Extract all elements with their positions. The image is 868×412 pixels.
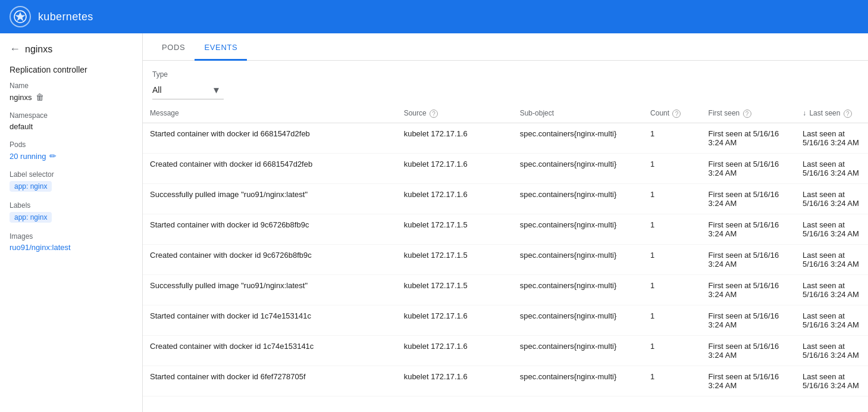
count-help-icon[interactable]: ? <box>672 110 681 118</box>
pods-label: Pods <box>10 141 133 149</box>
cell-count: 1 <box>643 123 701 153</box>
tab-events[interactable]: EVENTS <box>195 33 247 61</box>
filter-row: Type All ▾ <box>143 61 868 104</box>
col-header-message: Message <box>143 104 397 123</box>
delete-icon[interactable]: 🗑 <box>36 92 44 102</box>
cell-message: Created container with docker id 6681547… <box>143 153 397 183</box>
cell-message: Created container with docker id 9c6726b… <box>143 244 397 274</box>
labels-value: app: nginx <box>10 212 133 223</box>
labels-field-group: Labels app: nginx <box>10 201 133 223</box>
col-header-lastseen[interactable]: ↓ Last seen ? <box>795 104 868 123</box>
cell-message: Started container with docker id 1c74e15… <box>143 305 397 335</box>
cell-count: 1 <box>643 366 701 396</box>
cell-lastseen: Last seen at 5/16/16 3:24 AM <box>795 183 868 214</box>
cell-message: Started container with docker id 6fef727… <box>143 366 397 396</box>
page-name: nginxs <box>25 44 52 55</box>
name-label: Name <box>10 82 133 90</box>
cell-source: kubelet 172.17.1.6 <box>397 153 513 183</box>
pods-text: 20 running <box>10 152 46 161</box>
firstseen-help-icon[interactable]: ? <box>743 110 751 118</box>
cell-source: kubelet 172.17.1.5 <box>397 214 513 244</box>
cell-subobject: spec.containers{nginx-multi} <box>513 305 643 335</box>
cell-source: kubelet 172.17.1.6 <box>397 123 513 153</box>
events-table: Message Source ? Sub-object Count ? Firs <box>143 104 868 397</box>
name-value: nginxs 🗑 <box>10 92 133 102</box>
cell-firstseen: First seen at 5/16/16 3:24 AM <box>701 214 795 244</box>
cell-subobject: spec.containers{nginx-multi} <box>513 123 643 153</box>
type-select[interactable]: All ▾ <box>152 81 224 99</box>
cell-count: 1 <box>643 335 701 366</box>
top-nav: kubernetes <box>0 0 868 33</box>
svg-marker-1 <box>15 12 26 21</box>
cell-count: 1 <box>643 153 701 183</box>
tab-pods[interactable]: PODS <box>152 33 195 61</box>
cell-firstseen: First seen at 5/16/16 3:24 AM <box>701 183 795 214</box>
cell-lastseen: Last seen at 5/16/16 3:24 AM <box>795 335 868 366</box>
cell-lastseen: Last seen at 5/16/16 3:24 AM <box>795 123 868 153</box>
cell-count: 1 <box>643 214 701 244</box>
app-title: kubernetes <box>38 11 93 23</box>
cell-message: Started container with docker id 9c6726b… <box>143 214 397 244</box>
table-row: Started container with docker id 9c6726b… <box>143 214 868 244</box>
cell-source: kubelet 172.17.1.5 <box>397 274 513 305</box>
cell-lastseen: Last seen at 5/16/16 3:24 AM <box>795 214 868 244</box>
cell-source: kubelet 172.17.1.6 <box>397 183 513 214</box>
main-layout: ← nginxs Replication controller Name ngi… <box>0 33 868 412</box>
col-header-subobject: Sub-object <box>513 104 643 123</box>
pods-value: 20 running ✏ <box>10 151 133 161</box>
images-field-group: Images ruo91/nginx:latest <box>10 232 133 252</box>
table-row: Successfully pulled image "ruo91/nginx:l… <box>143 274 868 305</box>
kubernetes-logo-icon <box>10 6 31 27</box>
table-row: Created container with docker id 9c6726b… <box>143 244 868 274</box>
cell-firstseen: First seen at 5/16/16 3:24 AM <box>701 244 795 274</box>
label-selector-value: app: nginx <box>10 181 133 192</box>
pods-field-group: Pods 20 running ✏ <box>10 141 133 161</box>
cell-count: 1 <box>643 183 701 214</box>
cell-message: Successfully pulled image "ruo91/nginx:l… <box>143 274 397 305</box>
lastseen-help-icon[interactable]: ? <box>844 110 852 118</box>
cell-subobject: spec.containers{nginx-multi} <box>513 214 643 244</box>
cell-lastseen: Last seen at 5/16/16 3:24 AM <box>795 366 868 396</box>
name-text: nginxs <box>10 93 32 102</box>
cell-firstseen: First seen at 5/16/16 3:24 AM <box>701 153 795 183</box>
select-value: All <box>152 85 211 95</box>
cell-source: kubelet 172.17.1.6 <box>397 335 513 366</box>
cell-lastseen: Last seen at 5/16/16 3:24 AM <box>795 305 868 335</box>
table-row: Started container with docker id 1c74e15… <box>143 305 868 335</box>
namespace-field-group: Namespace default <box>10 111 133 131</box>
col-header-source: Source ? <box>397 104 513 123</box>
table-row: Created container with docker id 6681547… <box>143 153 868 183</box>
name-field-group: Name nginxs 🗑 <box>10 82 133 102</box>
sort-icon: ↓ <box>803 109 806 117</box>
cell-lastseen: Last seen at 5/16/16 3:24 AM <box>795 153 868 183</box>
cell-subobject: spec.containers{nginx-multi} <box>513 335 643 366</box>
cell-message: Successfully pulled image "ruo91/nginx:l… <box>143 183 397 214</box>
sidebar: ← nginxs Replication controller Name ngi… <box>0 33 143 412</box>
labels-chip: app: nginx <box>10 212 52 223</box>
filter-type-label: Type <box>152 70 858 79</box>
source-help-icon[interactable]: ? <box>430 110 438 118</box>
edit-pods-icon[interactable]: ✏ <box>49 151 57 161</box>
table-row: Started container with docker id 6fef727… <box>143 366 868 396</box>
cell-subobject: spec.containers{nginx-multi} <box>513 183 643 214</box>
cell-firstseen: First seen at 5/16/16 3:24 AM <box>701 123 795 153</box>
label-selector-label: Label selector <box>10 170 133 179</box>
cell-message: Created container with docker id 1c74e15… <box>143 335 397 366</box>
images-text: ruo91/nginx:latest <box>10 243 71 252</box>
namespace-text: default <box>10 122 33 131</box>
cell-subobject: spec.containers{nginx-multi} <box>513 244 643 274</box>
cell-subobject: spec.containers{nginx-multi} <box>513 153 643 183</box>
cell-count: 1 <box>643 305 701 335</box>
cell-subobject: spec.containers{nginx-multi} <box>513 366 643 396</box>
table-row: Successfully pulled image "ruo91/nginx:l… <box>143 183 868 214</box>
cell-subobject: spec.containers{nginx-multi} <box>513 274 643 305</box>
tabs-bar: PODS EVENTS <box>143 33 868 61</box>
cell-message: Started container with docker id 6681547… <box>143 123 397 153</box>
cell-firstseen: First seen at 5/16/16 3:24 AM <box>701 274 795 305</box>
cell-count: 1 <box>643 274 701 305</box>
back-button[interactable]: ← nginxs <box>10 43 133 55</box>
cell-source: kubelet 172.17.1.6 <box>397 305 513 335</box>
cell-count: 1 <box>643 244 701 274</box>
chevron-down-icon: ▾ <box>214 83 219 96</box>
content-area: PODS EVENTS Type All ▾ Message <box>143 33 868 412</box>
